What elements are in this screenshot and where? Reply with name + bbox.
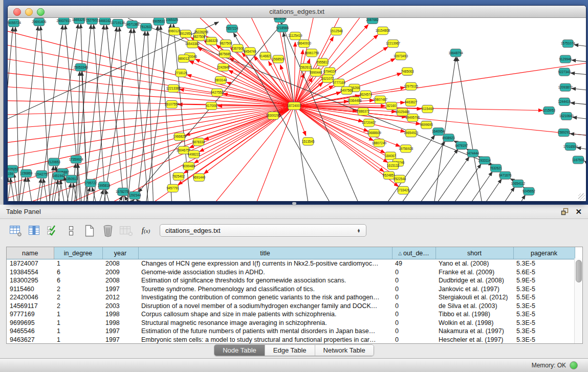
network-node-yellow[interactable]: 9115460	[421, 105, 434, 113]
network-node-yellow[interactable]: 2367608	[231, 45, 244, 52]
network-node-teal[interactable]: 24055724	[8, 19, 21, 27]
network-node-yellow[interactable]: 9699695	[420, 121, 433, 129]
citation-edge-black[interactable]	[99, 190, 103, 201]
table-cell[interactable]: 2008	[102, 276, 138, 285]
destroy-table-icon[interactable]	[119, 224, 134, 238]
network-node-teal[interactable]: 16648794	[449, 49, 464, 57]
network-node-yellow[interactable]: 8186328	[205, 37, 218, 45]
column-header-name[interactable]: name	[7, 247, 54, 259]
table-cell[interactable]: 19384554	[7, 268, 54, 277]
table-cell[interactable]: 18300295	[7, 276, 54, 285]
network-node-yellow[interactable]: 2522548	[394, 175, 406, 183]
left-splitter[interactable]	[0, 0, 4, 205]
network-node-yellow[interactable]: 7825402	[172, 172, 185, 180]
table-header-row[interactable]: name in_degree year title △out_de… short…	[7, 247, 575, 259]
network-node-teal[interactable]: 1640954	[432, 128, 445, 136]
tab-node-table[interactable]: Node Table	[214, 345, 265, 356]
function-builder-icon[interactable]: f(x)	[137, 226, 155, 235]
network-node-yellow[interactable]: 4498222	[188, 150, 201, 158]
network-node-yellow[interactable]: 10688609	[367, 129, 382, 137]
citation-edge-black[interactable]	[584, 161, 586, 163]
network-node-teal[interactable]: 9474444	[467, 149, 480, 157]
citation-edge-black[interactable]	[28, 178, 32, 201]
table-cell[interactable]: 0	[392, 285, 435, 294]
table-cell[interactable]: 1	[54, 327, 102, 336]
network-node-teal[interactable]: 1350513	[65, 175, 78, 183]
network-node-teal[interactable]: 25053346	[74, 63, 89, 71]
zoom-window-icon[interactable]	[37, 8, 45, 16]
table-cell[interactable]: Dudbridge et al. (2008)	[435, 276, 513, 285]
table-cell[interactable]: 2	[54, 285, 102, 294]
citation-edge-black[interactable]	[570, 134, 586, 135]
network-node-teal[interactable]: 15751074	[561, 40, 576, 48]
column-header-pagerank[interactable]: pagerank	[513, 247, 575, 259]
table-cell[interactable]: 5.9E-5	[513, 276, 575, 285]
network-node-yellow[interactable]: 1568520	[272, 55, 285, 63]
select-rows-icon[interactable]	[45, 224, 60, 238]
table-cell[interactable]: Changes of HCN gene expression and I(f) …	[138, 259, 392, 268]
network-node-teal[interactable]: 8471676	[499, 171, 512, 179]
network-node-yellow[interactable]: 18807249	[372, 139, 387, 147]
table-row[interactable]: 946362711997Embryonic stem cells: a mode…	[7, 336, 575, 344]
table-cell[interactable]: 1	[54, 336, 102, 344]
citation-edge-black[interactable]	[92, 187, 96, 201]
network-node-teal[interactable]: 1244419	[558, 98, 571, 105]
network-node-yellow[interactable]: 8099489	[183, 162, 195, 170]
network-node-yellow[interactable]: 989012	[178, 55, 189, 62]
table-cell[interactable]: 18724007	[7, 259, 54, 268]
table-cell[interactable]: 0	[392, 293, 435, 302]
network-node-yellow[interactable]: 20364486	[347, 97, 362, 104]
table-row[interactable]: 1938455462009Genome-wide association stu…	[7, 268, 575, 277]
table-cell[interactable]: Disruption of a novel member of a sodium…	[138, 302, 392, 311]
table-cell[interactable]: Estimation of the future numbers of pati…	[138, 327, 392, 336]
network-node-teal[interactable]: 9129946	[559, 55, 572, 63]
network-node-yellow[interactable]: 16961758	[304, 49, 319, 57]
window-resize-grip[interactable]	[578, 193, 585, 200]
table-select-dropdown[interactable]: citations_edges.txt ▲▼	[160, 224, 366, 237]
table-cell[interactable]: Franke et al. (2009)	[435, 268, 513, 277]
network-node-teal[interactable]: 1065325	[165, 18, 178, 24]
table-cell[interactable]: 5.3E-5	[513, 327, 575, 336]
window-titlebar[interactable]: citations_edges.txt	[8, 6, 586, 18]
column-header-in-degree[interactable]: in_degree	[54, 247, 102, 259]
table-cell[interactable]: 2	[54, 293, 102, 302]
table-row[interactable]: 1830029562008Estimation of significance …	[7, 276, 575, 285]
citation-edge-black[interactable]	[574, 45, 586, 46]
table-cell[interactable]: Structural magnetic resonance image aver…	[138, 319, 392, 327]
table-cell[interactable]: 5.3E-5	[513, 319, 575, 327]
table-cell[interactable]: 2003	[102, 302, 138, 311]
network-node-teal[interactable]: 16210643	[559, 113, 574, 120]
table-cell[interactable]: 9777169	[7, 310, 54, 319]
table-cell[interactable]: 2009	[102, 268, 138, 277]
citation-edge-black[interactable]	[571, 73, 586, 75]
citation-edge-black[interactable]	[572, 89, 586, 90]
table-cell[interactable]: 5.3E-5	[513, 310, 575, 319]
network-node-yellow[interactable]: 5878334	[192, 138, 205, 146]
column-header-year[interactable]: year	[102, 247, 138, 259]
table-cell[interactable]: 1998	[102, 319, 138, 327]
network-node-teal[interactable]: 10719136	[111, 19, 125, 27]
table-cell[interactable]: 9465546	[7, 327, 54, 336]
network-node-yellow[interactable]: 16107554	[165, 100, 180, 108]
tab-network-table[interactable]: Network Table	[315, 345, 374, 356]
citation-edge-black[interactable]	[106, 25, 124, 201]
network-node-yellow[interactable]: 19495796	[405, 114, 420, 122]
table-cell[interactable]: Jankovic et al. (1997)	[435, 285, 513, 294]
network-node-teal[interactable]: 17016504	[563, 143, 578, 150]
network-node-yellow[interactable]: 1966825	[173, 133, 186, 141]
tab-edge-table[interactable]: Edge Table	[265, 345, 315, 356]
table-cell[interactable]: 5.3E-5	[513, 259, 575, 268]
table-row[interactable]: 1456911722003Disruption of a novel membe…	[7, 302, 575, 311]
table-cell[interactable]: 49	[392, 259, 435, 268]
citation-edge-black[interactable]	[420, 149, 458, 201]
network-node-yellow[interactable]: 1512548	[330, 28, 343, 35]
table-cell[interactable]: 2008	[102, 259, 138, 268]
network-node-teal[interactable]: 1527602	[86, 18, 99, 25]
citation-edge-black[interactable]	[60, 180, 64, 201]
network-node-yellow[interactable]: 7485063	[401, 68, 414, 75]
network-node-yellow[interactable]: 9457791	[166, 184, 179, 192]
table-cell[interactable]: 14569117	[7, 302, 54, 311]
citation-edge-black[interactable]	[134, 29, 148, 201]
network-node-yellow[interactable]: 9146821	[259, 52, 272, 60]
citation-edge-black[interactable]	[520, 195, 526, 201]
